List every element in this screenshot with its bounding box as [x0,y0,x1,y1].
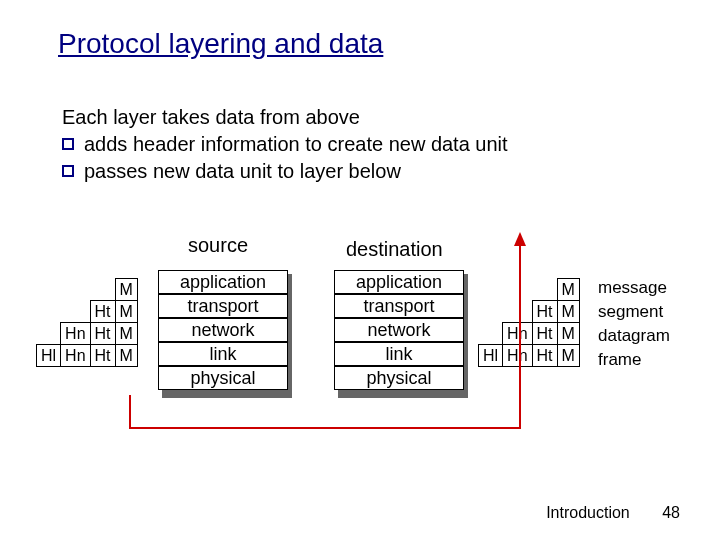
source-headers-table: M Ht M Hn Ht M Hl Hn Ht M [36,278,138,367]
pdu-frame: frame [598,348,670,372]
source-label: source [188,234,248,257]
square-bullet-icon [62,138,74,150]
intro-bullet-1-text: adds header information to create new da… [84,131,508,158]
square-bullet-icon [62,165,74,177]
hdr-M: M [115,279,137,301]
hdr-Hn: Hn [503,323,532,345]
layer-link: link [158,342,288,366]
pdu-labels: message segment datagram frame [598,276,670,372]
layer-network: network [158,318,288,342]
footer-page-number: 48 [662,504,680,521]
intro-bullet-1: adds header information to create new da… [62,131,508,158]
layer-physical: physical [158,366,288,390]
svg-marker-0 [514,232,526,246]
hdr-Hn: Hn [61,345,90,367]
hdr-Ht: Ht [532,301,557,323]
hdr-M: M [115,301,137,323]
hdr-Ht: Ht [90,323,115,345]
hdr-M: M [557,345,579,367]
destination-label: destination [346,238,443,261]
layer-application: application [334,270,464,294]
pdu-message: message [598,276,670,300]
hdr-M: M [115,323,137,345]
hdr-M: M [557,279,579,301]
hdr-Hl: Hl [37,345,61,367]
hdr-Hn: Hn [503,345,532,367]
intro-bullet-2: passes new data unit to layer below [62,158,508,185]
hdr-M: M [557,301,579,323]
footer-section: Introduction [546,504,630,521]
layer-transport: transport [158,294,288,318]
source-stack: application transport network link physi… [162,274,292,398]
destination-headers-table: M Ht M Hn Ht M Hl Hn Ht M [478,278,580,367]
layer-transport: transport [334,294,464,318]
destination-stack: application transport network link physi… [338,274,468,398]
pdu-datagram: datagram [598,324,670,348]
hdr-Ht: Ht [532,345,557,367]
layer-application: application [158,270,288,294]
hdr-Hl: Hl [479,345,503,367]
layer-network: network [334,318,464,342]
hdr-Hn: Hn [61,323,90,345]
hdr-Ht: Ht [90,301,115,323]
hdr-M: M [115,345,137,367]
slide-title: Protocol layering and data [58,28,383,60]
layer-link: link [334,342,464,366]
slide-footer: Introduction 48 [546,504,680,522]
intro-bullet-2-text: passes new data unit to layer below [84,158,401,185]
layer-physical: physical [334,366,464,390]
hdr-Ht: Ht [532,323,557,345]
intro-line: Each layer takes data from above [62,104,508,131]
hdr-M: M [557,323,579,345]
hdr-Ht: Ht [90,345,115,367]
intro-block: Each layer takes data from above adds he… [62,104,508,185]
pdu-segment: segment [598,300,670,324]
